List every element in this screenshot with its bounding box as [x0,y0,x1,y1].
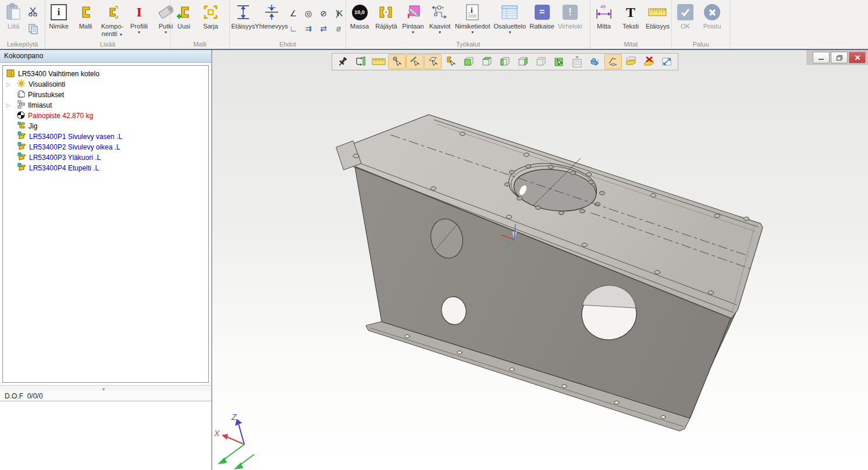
component-label-line2: nentti ▼ [102,30,123,38]
tree-item-label: LR53400P1 Sivulevy vasen .L [29,133,122,141]
group-label-insert: Lisää [45,41,170,48]
tree-item-label: Jig [29,122,37,130]
coincident-icon [263,2,280,23]
ok-label: OK [681,23,690,30]
new-label: Uusi [177,23,190,30]
ribbon-group-insert: i Nimike Malli Kompo- nentti ▼ I Profiil… [45,0,170,49]
assembly-panel-title: Kokoonpano [0,50,211,63]
mass-button[interactable]: 10,0 Massa [346,2,373,30]
part-icon [17,163,26,173]
parts-list-icon [501,2,518,23]
part-icon [17,131,26,142]
error-log-button[interactable]: ! Virheloki [556,2,584,30]
parts-list-dropdown-icon: ▼ [508,30,512,35]
dof-label: D.O.F [5,392,23,400]
ribbon-group-dimensions: 45 Mitta T Teksti Etäisyys Mitat [590,0,672,49]
to-surface-button[interactable]: I Pintaan ▼ [400,2,426,35]
measure-distance-label: Etäisyys [646,23,670,30]
parts-list-button[interactable]: Osaluettelo ▼ [492,2,528,35]
coincident-button[interactable]: Yhtenevyys [257,2,286,30]
main-content: Kokoonpano LR53400 Vaihtimen kotelo ▷ Vi… [0,49,868,470]
item-label: Nimike [49,23,69,30]
fix-constraint-icon[interactable]: ø [332,22,346,35]
tangent-constraint-icon[interactable]: ⊘ [316,6,330,20]
solve-button[interactable]: = Ratkaise [528,2,556,30]
paste-button[interactable]: Liitä [0,2,27,30]
tree-item-part-p1[interactable]: LR53400P1 Sivulevy vasen .L [3,131,208,142]
model-3d-view[interactable]: Z X [212,50,868,470]
tree-item-visualization[interactable]: ▷ Visualisointi [3,79,208,90]
measure-distance-button[interactable]: Etäisyys [644,2,671,30]
coincident-label: Yhtenevyys [255,23,288,30]
ok-check-icon [677,2,693,23]
expand-arrow-icon[interactable]: ▷ [6,102,13,108]
axis-x-label: X [214,429,220,438]
to-surface-dropdown-icon: ▼ [411,30,415,35]
symmetry-constraint-icon[interactable]: )K [332,6,346,20]
concentric-constraint-icon[interactable]: ◎ [301,6,315,20]
tree-item-center-of-gravity[interactable]: Painopiste 42.870 kg [3,111,208,121]
to-surface-icon: I [405,2,421,23]
new-button[interactable]: Uusi [170,2,197,30]
item-button[interactable]: i Nimike [45,2,72,30]
cut-icon[interactable] [28,6,38,19]
profile-ibeam-icon: I [137,2,142,23]
series-icon [202,2,219,23]
ribbon-spacer [730,0,868,49]
tree-item-configurations[interactable]: ▷ Ilmiasut [3,100,208,111]
world-axes-triad: Z X [214,412,254,469]
schematics-dropdown-icon: ▼ [438,30,442,35]
tree-item-assembly-root[interactable]: LR53400 Vaihtimen kotelo [3,69,208,79]
explode-icon [378,2,394,23]
item-data-dropdown-icon: ▼ [471,30,475,35]
ribbon: Liitä Leikepöytä i Nimike Malli [0,0,868,49]
component-button[interactable]: Kompo- nentti ▼ [99,2,126,38]
expand-arrow-icon[interactable]: ▷ [6,81,13,87]
tree-item-jig[interactable]: Jig [3,121,208,131]
dimension-button[interactable]: 45 Mitta [590,2,617,30]
tree-item-label: LR53400P3 Yläkuori .L [29,154,101,162]
tree-item-part-p2[interactable]: LR53400P2 Sivulevy oikea .L [3,142,208,152]
item-data-label: Nimiketiedot [455,23,490,30]
model-viewport[interactable]: Z X [212,50,868,470]
series-button[interactable]: Sarja [197,2,224,30]
parallel-constraint-icon[interactable]: ⇉ [301,22,315,35]
group-label-dimensions: Mitat [590,41,671,48]
schematics-button[interactable]: Kaaviot ▼ [426,2,453,35]
new-model-icon [176,2,192,23]
profile-button[interactable]: I Profiili ▼ [126,2,152,35]
perpendicular-constraint-icon[interactable]: ∟ [286,22,300,35]
tree-item-drawings[interactable]: Piirustukset [3,90,208,100]
solve-label: Ratkaise [529,23,554,30]
copy-icon[interactable] [28,24,38,37]
tree-item-part-p3[interactable]: LR53400P3 Yläkuori .L [3,152,208,163]
tree-item-label: LR53400 Vaihtimen kotelo [18,70,99,78]
distance-constraint-button[interactable]: Etäisyys [230,2,257,30]
dof-status-row: D.O.F 0/0/0 [0,391,211,401]
error-log-icon: ! [563,2,578,23]
item-data-button[interactable]: i Nimiketiedot ▼ [453,2,492,35]
part-icon [17,152,26,163]
model-button[interactable]: Malli [72,2,99,30]
pipe-dropdown-icon: ▼ [164,30,168,35]
explode-button[interactable]: Räjäytä [373,2,400,30]
svg-text:I: I [407,12,410,19]
ribbon-group-tools: 10,0 Massa Räjäytä I Pintaan ▼ Kaaviot ▼ [346,0,590,49]
ribbon-group-clipboard: Liitä Leikepöytä [0,0,45,49]
group-label-return: Paluu [672,41,730,48]
tree-item-part-p4[interactable]: LR53400P4 Etupelti .L [3,163,208,173]
item-data-icon: i [465,2,480,23]
exit-icon [704,2,720,23]
tree-item-label: LR53400P4 Etupelti .L [29,164,99,172]
dimension-icon: 45 [595,2,613,23]
group-label-clipboard: Leikepöytä [0,41,45,48]
angle-constraint-icon[interactable]: ∠ [286,6,300,20]
text-button[interactable]: T Teksti [617,2,644,30]
exit-label: Poistu [703,23,721,30]
exit-button[interactable]: Poistu [699,2,725,30]
axis-z-label: Z [231,412,237,422]
ok-button[interactable]: OK [672,2,699,30]
component-icon [105,2,120,23]
paste-label: Liitä [8,23,19,30]
equal-constraint-icon[interactable]: ⇄ [316,22,330,35]
